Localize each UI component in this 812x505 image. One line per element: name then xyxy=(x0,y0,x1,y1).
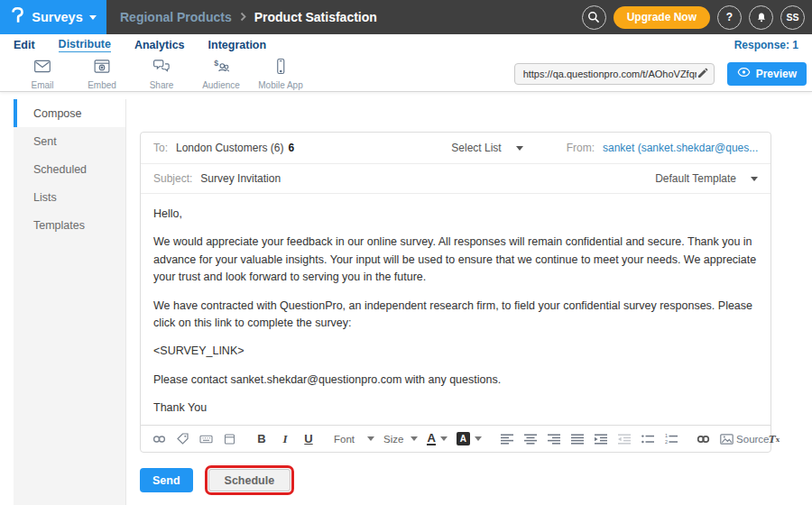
chevron-right-icon xyxy=(240,9,246,25)
align-center-icon[interactable] xyxy=(523,430,538,448)
from-value[interactable]: sanket (sanket.shekdar@ques... xyxy=(603,142,758,154)
chevron-down-icon xyxy=(411,436,418,441)
channel-email[interactable]: Email xyxy=(13,57,72,90)
notifications-bell-icon[interactable] xyxy=(749,5,773,30)
audience-icon: $ xyxy=(211,57,231,79)
channel-label: Embed xyxy=(88,80,116,90)
chevron-down-icon xyxy=(440,436,448,441)
tab-analytics[interactable]: Analytics xyxy=(134,39,185,51)
insert-image-icon[interactable] xyxy=(720,430,734,448)
justify-icon[interactable] xyxy=(570,430,585,448)
survey-tabs: Edit Distribute Analytics Integration Re… xyxy=(0,34,812,56)
remove-format-button[interactable]: Tx xyxy=(767,430,781,448)
embed-icon xyxy=(92,57,112,79)
svg-text:1: 1 xyxy=(665,434,668,438)
background-color-button[interactable]: A xyxy=(457,432,482,445)
chevron-down-icon xyxy=(475,436,482,441)
to-value[interactable]: London Customers (6) xyxy=(176,142,283,154)
insert-link-icon[interactable] xyxy=(697,430,711,448)
channel-label: Email xyxy=(31,80,53,90)
chevron-down-icon xyxy=(751,177,758,181)
from-label: From: xyxy=(567,142,595,154)
rich-text-toolbar: B I U Font Size A A xyxy=(141,425,770,452)
select-list-dropdown[interactable]: Select List xyxy=(451,142,522,154)
product-menu[interactable]: Surveys xyxy=(0,0,106,34)
channel-audience[interactable]: $ Audience xyxy=(191,57,251,90)
sidebar-item-compose[interactable]: Compose xyxy=(14,99,125,127)
font-dropdown-label: Font xyxy=(334,434,355,445)
breadcrumb: Regional Products Product Satisfaction xyxy=(120,9,377,25)
questionpro-logo-icon xyxy=(10,5,25,29)
to-label: To: xyxy=(153,142,168,154)
from-group: From: sanket (sanket.shekdar@ques... xyxy=(567,142,758,154)
product-menu-label: Surveys xyxy=(32,10,82,24)
channel-list: Email Embed Share xyxy=(13,57,310,90)
sidebar-item-scheduled[interactable]: Scheduled xyxy=(14,155,125,183)
email-icon xyxy=(32,57,52,79)
tab-edit[interactable]: Edit xyxy=(14,39,35,51)
template-dropdown[interactable]: Default Template xyxy=(655,172,758,185)
link-icon[interactable] xyxy=(152,430,166,448)
template-label: Default Template xyxy=(655,172,736,185)
underline-button[interactable]: U xyxy=(301,430,316,448)
subject-input[interactable]: Survey Invitation xyxy=(200,172,281,185)
top-header: Surveys Regional Products Product Satisf… xyxy=(0,0,812,34)
outdent-icon[interactable] xyxy=(617,430,632,448)
keyboard-icon[interactable] xyxy=(198,430,213,448)
size-dropdown-label: Size xyxy=(383,434,403,445)
breadcrumb-folder[interactable]: Regional Products xyxy=(120,10,232,24)
tab-distribute[interactable]: Distribute xyxy=(59,38,111,52)
send-button[interactable]: Send xyxy=(140,468,193,492)
background-color-label: A xyxy=(457,432,470,445)
channel-mobile-app[interactable]: Mobile App xyxy=(251,57,310,90)
body-paragraph: <SURVEY_LINK> xyxy=(153,343,758,360)
size-dropdown[interactable]: Size xyxy=(383,434,418,445)
survey-url-field[interactable]: https://qa.questionpro.com/t/AOhoVZfqml xyxy=(514,63,715,85)
tab-integration[interactable]: Integration xyxy=(208,39,267,51)
tag-icon[interactable] xyxy=(175,430,189,448)
distribute-toolbar: Email Embed Share xyxy=(0,56,812,92)
share-icon xyxy=(152,57,171,79)
channel-label: Share xyxy=(150,80,174,90)
upgrade-now-button[interactable]: Upgrade Now xyxy=(614,6,710,29)
breadcrumb-survey-title: Product Satisfaction xyxy=(254,10,377,24)
action-buttons: Send Schedule xyxy=(140,465,294,495)
avatar[interactable]: SS xyxy=(780,5,805,30)
email-body-editor[interactable]: Hello, We would appreciate your feedback… xyxy=(141,194,770,425)
numbered-list-icon[interactable]: 1 2 xyxy=(664,430,678,448)
sidebar-item-lists[interactable]: Lists xyxy=(14,183,125,211)
align-right-icon[interactable] xyxy=(547,430,561,448)
eye-icon xyxy=(737,67,751,80)
svg-text:2: 2 xyxy=(665,439,668,445)
body-paragraph: Please contact sanket.shekdar@questionpr… xyxy=(153,372,758,389)
email-sidebar: Compose Sent Scheduled Lists Templates xyxy=(14,99,126,505)
preview-button[interactable]: Preview xyxy=(727,62,807,86)
source-label: Source xyxy=(736,434,769,445)
sidebar-item-templates[interactable]: Templates xyxy=(14,211,125,239)
italic-button[interactable]: I xyxy=(278,430,292,448)
search-icon[interactable] xyxy=(582,5,606,30)
text-color-button[interactable]: A xyxy=(427,432,447,445)
remove-format-t: T xyxy=(768,432,775,446)
response-count[interactable]: Response: 1 xyxy=(734,39,798,51)
bold-button[interactable]: B xyxy=(254,430,269,448)
indent-icon[interactable] xyxy=(594,430,608,448)
sidebar-item-sent[interactable]: Sent xyxy=(14,127,125,155)
source-button[interactable]: Source xyxy=(743,430,758,448)
select-list-label: Select List xyxy=(451,142,501,154)
bullet-list-icon[interactable] xyxy=(641,430,655,448)
chevron-down-icon xyxy=(89,15,97,20)
help-button[interactable]: ? xyxy=(717,5,742,30)
subject-row: Subject: Survey Invitation Default Templ… xyxy=(141,164,770,194)
align-left-icon[interactable] xyxy=(500,430,514,448)
schedule-button[interactable]: Schedule xyxy=(208,469,291,491)
window-icon[interactable] xyxy=(222,430,236,448)
channel-share[interactable]: Share xyxy=(132,57,191,90)
edit-url-pencil-icon[interactable] xyxy=(697,68,708,79)
body-paragraph: Hello, xyxy=(153,206,758,223)
chevron-down-icon xyxy=(516,146,523,151)
mobile-app-icon xyxy=(271,57,291,79)
channel-embed[interactable]: Embed xyxy=(72,57,132,90)
font-dropdown[interactable]: Font xyxy=(334,434,374,445)
svg-text:$: $ xyxy=(214,59,218,68)
